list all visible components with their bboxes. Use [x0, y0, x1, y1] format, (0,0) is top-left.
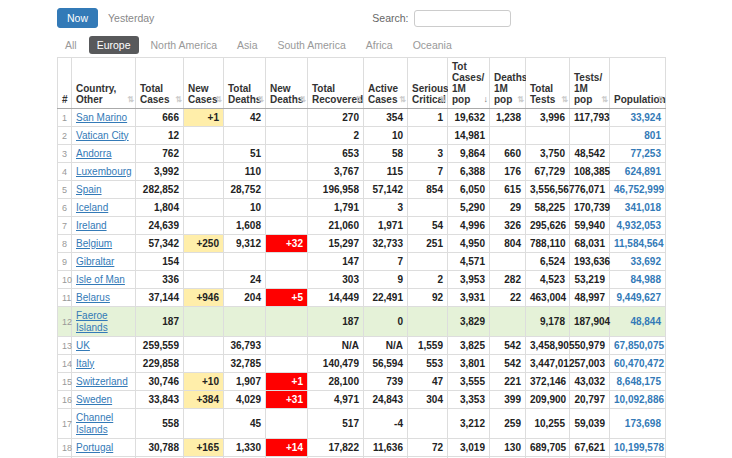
- search-input[interactable]: [414, 10, 511, 27]
- total-deaths-cell: [224, 127, 266, 145]
- column-header[interactable]: Serious, Critical⇅: [408, 58, 448, 109]
- active-cases-cell: 11,636: [364, 439, 408, 457]
- country-link[interactable]: Portugal: [76, 442, 113, 453]
- total-recovered-cell: 17,822: [308, 439, 364, 457]
- column-header-label: New Cases: [188, 83, 217, 105]
- tab-africa[interactable]: Africa: [358, 36, 401, 54]
- tab-europe[interactable]: Europe: [89, 36, 139, 54]
- cases-per-1m-cell: 4,996: [448, 217, 490, 235]
- row-number: 10: [58, 271, 72, 289]
- tab-north-america[interactable]: North America: [143, 36, 226, 54]
- total-tests-cell: 9,178: [526, 307, 570, 337]
- column-header[interactable]: Total Recovered⇅: [308, 58, 364, 109]
- new-cases-cell: [184, 253, 224, 271]
- total-deaths-cell: 42: [224, 109, 266, 127]
- country-link[interactable]: Iceland: [76, 202, 108, 213]
- column-header[interactable]: New Deaths⇅: [266, 58, 308, 109]
- table-row: 2Vatican City1221014,981801: [58, 127, 666, 145]
- country-link[interactable]: Luxembourg: [76, 166, 132, 177]
- column-header[interactable]: Tests/ 1M pop⇅: [570, 58, 610, 109]
- total-recovered-cell: 140,479: [308, 355, 364, 373]
- tab-all[interactable]: All: [57, 36, 85, 54]
- country-link[interactable]: San Marino: [76, 112, 127, 123]
- table-row: 11Belarus37,144+946204+514,44922,491923,…: [58, 289, 666, 307]
- serious-critical-cell: 1,559: [408, 337, 448, 355]
- total-cases-cell: 762: [136, 145, 184, 163]
- tests-per-1m-cell: 48,542: [570, 145, 610, 163]
- country-link[interactable]: Ireland: [76, 220, 107, 231]
- now-button[interactable]: Now: [57, 8, 98, 28]
- tab-asia[interactable]: Asia: [229, 36, 265, 54]
- serious-critical-cell: 3: [408, 145, 448, 163]
- total-cases-cell: 154: [136, 253, 184, 271]
- country-link[interactable]: Belarus: [76, 292, 110, 303]
- country-link[interactable]: Channel Islands: [76, 412, 113, 435]
- new-cases-cell: [184, 163, 224, 181]
- column-header[interactable]: Total Tests⇅: [526, 58, 570, 109]
- deaths-per-1m-cell: [490, 253, 526, 271]
- serious-critical-cell: [408, 253, 448, 271]
- total-deaths-cell: 9,312: [224, 235, 266, 253]
- sort-icon: ⇅: [439, 94, 446, 105]
- serious-critical-cell: 7: [408, 163, 448, 181]
- total-tests-cell: 3,447,012: [526, 355, 570, 373]
- tests-per-1m-cell: [570, 127, 610, 145]
- country-link[interactable]: Switzerland: [76, 376, 128, 387]
- total-recovered-cell: 28,100: [308, 373, 364, 391]
- total-tests-cell: 6,524: [526, 253, 570, 271]
- country-cell: Italy: [72, 355, 136, 373]
- column-header[interactable]: Deaths/ 1M pop⇅: [490, 58, 526, 109]
- country-link[interactable]: Isle of Man: [76, 274, 125, 285]
- row-number: 14: [58, 355, 72, 373]
- new-cases-cell: +165: [184, 439, 224, 457]
- new-cases-cell: [184, 145, 224, 163]
- new-deaths-cell: [266, 355, 308, 373]
- country-link[interactable]: Belgium: [76, 238, 112, 249]
- sort-icon: ⇅: [175, 94, 182, 105]
- total-cases-cell: 30,746: [136, 373, 184, 391]
- country-link[interactable]: Spain: [76, 184, 102, 195]
- tests-per-1m-cell: 187,904: [570, 307, 610, 337]
- column-header[interactable]: New Cases⇅: [184, 58, 224, 109]
- country-link[interactable]: Sweden: [76, 394, 112, 405]
- cases-per-1m-cell: 5,290: [448, 199, 490, 217]
- serious-critical-cell: [408, 127, 448, 145]
- column-header[interactable]: Country, Other⇅: [72, 58, 136, 109]
- total-deaths-cell: 1,907: [224, 373, 266, 391]
- column-header[interactable]: Total Deaths⇅: [224, 58, 266, 109]
- cases-per-1m-cell: 3,829: [448, 307, 490, 337]
- active-cases-cell: 7: [364, 253, 408, 271]
- yesterday-button[interactable]: Yesterday: [98, 9, 164, 27]
- new-cases-cell: [184, 409, 224, 439]
- serious-critical-cell: [408, 199, 448, 217]
- deaths-per-1m-cell: [490, 307, 526, 337]
- column-header[interactable]: Total Cases⇅: [136, 58, 184, 109]
- active-cases-cell: -4: [364, 409, 408, 439]
- country-link[interactable]: Gibraltar: [76, 256, 114, 267]
- total-deaths-cell: 32,785: [224, 355, 266, 373]
- new-deaths-cell: +5: [266, 289, 308, 307]
- country-cell: Ireland: [72, 217, 136, 235]
- total-deaths-cell: 4,029: [224, 391, 266, 409]
- total-cases-cell: 37,144: [136, 289, 184, 307]
- deaths-per-1m-cell: 542: [490, 355, 526, 373]
- country-link[interactable]: Italy: [76, 358, 94, 369]
- country-link[interactable]: UK: [76, 340, 90, 351]
- country-link[interactable]: Faeroe Islands: [76, 310, 108, 333]
- column-header[interactable]: Tot Cases/ 1M pop↓: [448, 58, 490, 109]
- column-header[interactable]: Population⇅: [610, 58, 666, 109]
- tests-per-1m-cell: 76,071: [570, 181, 610, 199]
- active-cases-cell: 739: [364, 373, 408, 391]
- country-link[interactable]: Andorra: [76, 148, 112, 159]
- table-row: 3Andorra762516535839,8646603,75048,54277…: [58, 145, 666, 163]
- deaths-per-1m-cell: 660: [490, 145, 526, 163]
- sort-icon: ⇅: [657, 94, 664, 105]
- tab-south-america[interactable]: South America: [270, 36, 354, 54]
- cases-per-1m-cell: 4,950: [448, 235, 490, 253]
- country-cell: Luxembourg: [72, 163, 136, 181]
- column-header[interactable]: Active Cases⇅: [364, 58, 408, 109]
- row-number: 15: [58, 373, 72, 391]
- tab-oceania[interactable]: Oceania: [405, 36, 460, 54]
- deaths-per-1m-cell: 804: [490, 235, 526, 253]
- country-link[interactable]: Vatican City: [76, 130, 129, 141]
